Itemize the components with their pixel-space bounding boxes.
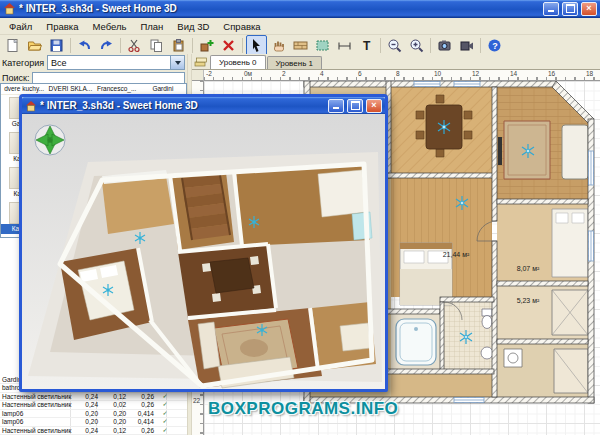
- ruler-label: 16: [548, 70, 555, 77]
- zoom-in-icon: [409, 38, 424, 53]
- sofa: [562, 125, 588, 179]
- save-button[interactable]: [46, 35, 67, 56]
- furniture-width: 0,24: [72, 401, 100, 409]
- furniture-name: lamp06: [0, 418, 72, 426]
- table-row[interactable]: Настенный светильник вверх0,240,120,26✓: [0, 427, 187, 435]
- create-walls-button[interactable]: [290, 35, 311, 56]
- 3d-viewport[interactable]: [22, 114, 385, 389]
- toolbar-separator: [430, 38, 431, 53]
- redo-icon: [99, 38, 114, 53]
- levels-icon: [194, 55, 207, 68]
- tab-level-0[interactable]: Уровень 0: [210, 55, 266, 69]
- new-home-button[interactable]: [2, 35, 23, 56]
- camera-icon: [437, 38, 452, 53]
- zoom-in-button[interactable]: [406, 35, 427, 56]
- toolbar-separator: [70, 38, 71, 53]
- help-button[interactable]: ?: [484, 35, 505, 56]
- pan-tool-button[interactable]: [268, 35, 289, 56]
- ruler-label: 22: [193, 397, 200, 404]
- menu-help[interactable]: Справка: [216, 20, 267, 33]
- table-row[interactable]: Настенный светильник вверх0,240,020,26✓: [0, 401, 187, 410]
- 3d-window-titlebar[interactable]: * INTER_3.sh3d - Sweet Home 3D ×: [22, 97, 385, 115]
- window-title: * INTER_3.sh3d - Sweet Home 3D: [19, 3, 540, 14]
- chevron-down-icon[interactable]: [170, 56, 184, 69]
- category-value: Все: [51, 58, 67, 68]
- catalog-item-label[interactable]: DVERI SKLA...: [47, 84, 93, 94]
- create-video-button[interactable]: [456, 35, 477, 56]
- ruler-label: 10: [434, 70, 441, 77]
- cut-button[interactable]: [124, 35, 145, 56]
- add-furniture-icon: [199, 38, 214, 53]
- tab-level-1[interactable]: Уровень 1: [267, 56, 323, 69]
- catalog-item-label[interactable]: dvere kuchy...: [1, 84, 47, 94]
- tv: [498, 137, 502, 165]
- create-dimensions-button[interactable]: [334, 35, 355, 56]
- furniture-width: 0,20: [72, 418, 100, 426]
- copy-button[interactable]: [146, 35, 167, 56]
- visible-checkbox[interactable]: ✓: [156, 393, 174, 401]
- close-button[interactable]: ×: [366, 99, 382, 113]
- 3d-window-title: * INTER_3.sh3d - Sweet Home 3D: [40, 100, 325, 111]
- table-row[interactable]: lamp060,200,200,414✓: [0, 418, 187, 427]
- open-button[interactable]: [24, 35, 45, 56]
- redo-button[interactable]: [96, 35, 117, 56]
- ruler-row: -2 0м 2 4 6 8 10 12 14 16 18: [192, 70, 600, 81]
- navigation-compass-icon: [35, 125, 65, 155]
- new-document-icon: [5, 38, 20, 53]
- select-tool-button[interactable]: [246, 35, 267, 56]
- menu-plan[interactable]: План: [133, 20, 170, 33]
- svg-text:T: T: [363, 39, 371, 53]
- create-text-button[interactable]: T: [356, 35, 377, 56]
- delete-selection-button[interactable]: [218, 35, 239, 56]
- ruler-label: -2: [206, 70, 212, 77]
- paste-button[interactable]: [168, 35, 189, 56]
- menu-file[interactable]: Файл: [2, 20, 39, 33]
- wardrobe: [552, 290, 588, 335]
- table-row[interactable]: lamp060,200,200,414✓: [0, 410, 187, 419]
- minimize-button[interactable]: [328, 99, 344, 113]
- create-photo-button[interactable]: [434, 35, 455, 56]
- 3d-view-window[interactable]: * INTER_3.sh3d - Sweet Home 3D ×: [19, 94, 388, 392]
- catalog-item-label[interactable]: Francesco_...: [94, 84, 140, 94]
- toolbar-separator: [192, 38, 193, 53]
- app-root: { "window": { "title": "* INTER_3.sh3d -…: [0, 0, 600, 435]
- wall-icon: [293, 38, 308, 53]
- maximize-button[interactable]: [562, 2, 578, 16]
- visible-checkbox[interactable]: ✓: [156, 418, 174, 426]
- room-area-label: 8,07 м²: [517, 265, 540, 272]
- add-furniture-button[interactable]: [196, 35, 217, 56]
- copy-icon: [149, 38, 164, 53]
- zoom-out-button[interactable]: [384, 35, 405, 56]
- toilet: [482, 309, 492, 329]
- menu-furniture[interactable]: Мебель: [85, 20, 133, 33]
- toolbar-separator: [120, 38, 121, 53]
- close-button[interactable]: ×: [581, 2, 597, 16]
- toolbar-separator: [380, 38, 381, 53]
- visible-checkbox[interactable]: ✓: [156, 427, 174, 435]
- menu-3d-view[interactable]: Вид 3D: [170, 20, 216, 33]
- paste-clipboard-icon: [171, 38, 186, 53]
- undo-button[interactable]: [74, 35, 95, 56]
- maximize-button[interactable]: [347, 99, 363, 113]
- 3d-scene: [22, 114, 385, 389]
- create-rooms-button[interactable]: [312, 35, 333, 56]
- table-row[interactable]: Настенный светильник вверх0,240,120,26✓: [0, 393, 187, 402]
- visible-checkbox[interactable]: ✓: [156, 410, 174, 418]
- video-icon: [459, 38, 474, 53]
- undo-icon: [77, 38, 92, 53]
- room-area-label: 5,23 м²: [517, 297, 540, 304]
- app-icon: [25, 100, 37, 112]
- furniture-name: Настенный светильник вверх: [0, 427, 72, 435]
- ruler-label: 0м: [244, 70, 252, 77]
- minimize-button[interactable]: [543, 2, 559, 16]
- ruler-label: 12: [472, 70, 479, 77]
- maximize-icon: [566, 4, 575, 13]
- menu-edit[interactable]: Правка: [39, 20, 85, 33]
- visible-checkbox[interactable]: ✓: [156, 401, 174, 409]
- category-select[interactable]: Все: [47, 55, 185, 70]
- furniture-width: 0,20: [72, 410, 100, 418]
- sofa-3d: [340, 323, 371, 351]
- furniture-depth: 0,20: [100, 418, 128, 426]
- catalog-item-label[interactable]: Gardini: [140, 84, 186, 94]
- furniture-depth: 0,12: [100, 427, 128, 435]
